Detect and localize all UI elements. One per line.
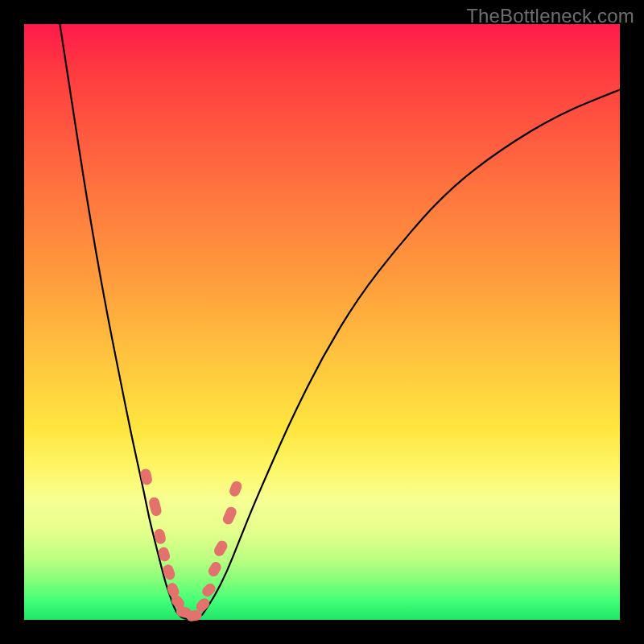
data-marker xyxy=(228,480,243,498)
watermark-text: TheBottleneck.com xyxy=(466,5,634,27)
data-marker xyxy=(148,496,163,517)
bottleneck-curve xyxy=(60,24,620,619)
plot-area xyxy=(24,24,620,620)
chart-frame: TheBottleneck.com xyxy=(0,0,644,644)
data-marker xyxy=(221,506,238,526)
chart-svg xyxy=(24,24,620,620)
data-marker xyxy=(207,560,224,579)
data-marker xyxy=(213,539,229,558)
